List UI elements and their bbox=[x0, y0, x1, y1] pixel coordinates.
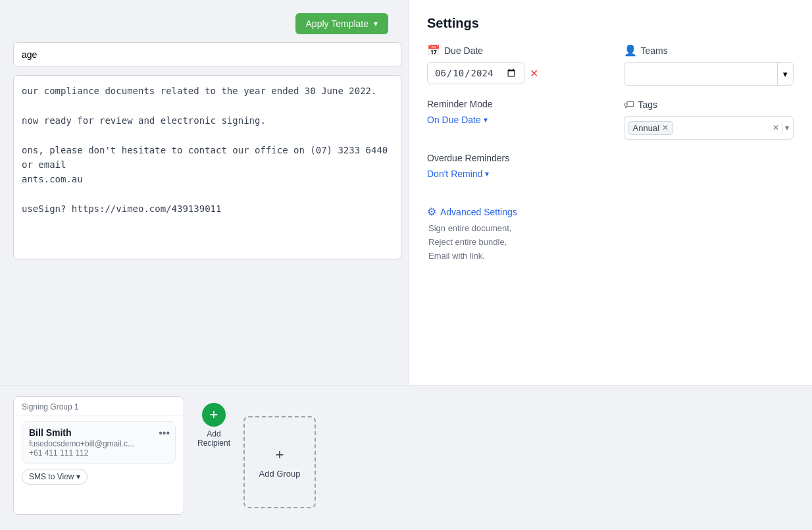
add-group-plus-icon: + bbox=[276, 446, 284, 464]
teams-label: 👤 Teams bbox=[624, 44, 794, 57]
reminder-mode-label: Reminder Mode bbox=[427, 99, 597, 109]
tags-wrapper: Annual ✕ ✕ ▾ bbox=[624, 116, 794, 140]
apply-template-button[interactable]: Apply Template ▾ bbox=[295, 13, 388, 34]
teams-icon: 👤 bbox=[624, 44, 637, 57]
reminder-mode-field: Reminder Mode On Due Date ▾ bbox=[427, 99, 597, 140]
teams-input[interactable] bbox=[624, 66, 778, 82]
overdue-reminders-label: Overdue Reminders bbox=[427, 153, 597, 163]
signing-group-card: Signing Group 1 Bill Smith fusedocsdemo+… bbox=[13, 396, 184, 515]
calendar-icon: 📅 bbox=[427, 44, 440, 57]
add-group-card[interactable]: + Add Group bbox=[243, 416, 316, 508]
recipient-menu-button[interactable]: ••• bbox=[159, 427, 170, 439]
bottom-section: Signing Group 1 Bill Smith fusedocsdemo+… bbox=[0, 385, 812, 530]
recipient-email: fusedocsdemo+bill@gmail.c... bbox=[29, 439, 168, 448]
teams-chevron-button[interactable]: ▾ bbox=[777, 63, 793, 85]
tags-label: 🏷 Tags bbox=[624, 99, 794, 111]
apply-template-label: Apply Template bbox=[306, 18, 368, 29]
add-recipient-label: AddRecipient bbox=[197, 429, 230, 448]
tags-clear-button[interactable]: ✕ bbox=[773, 123, 779, 132]
overdue-reminders-dropdown[interactable]: Don't Remind ▾ bbox=[427, 169, 597, 179]
teams-chevron-icon: ▾ bbox=[783, 69, 788, 79]
tag-icon: 🏷 bbox=[624, 99, 634, 111]
settings-title: Settings bbox=[427, 16, 794, 31]
advanced-settings-description: Sign entire document,Reject entire bundl… bbox=[427, 222, 794, 263]
advanced-settings-link[interactable]: ⚙ Advanced Settings bbox=[427, 205, 517, 218]
add-recipient-button[interactable]: + bbox=[202, 403, 226, 427]
reminder-mode-chevron-icon: ▾ bbox=[484, 115, 488, 124]
overdue-reminders-chevron-icon: ▾ bbox=[485, 169, 489, 178]
due-date-input[interactable] bbox=[427, 62, 524, 84]
date-input-wrapper: ✕ bbox=[427, 62, 597, 84]
tag-remove-button[interactable]: ✕ bbox=[662, 123, 669, 132]
sms-to-view-label: SMS to View bbox=[29, 472, 74, 481]
recipient-info: Bill Smith fusedocsdemo+bill@gmail.c... … bbox=[29, 427, 168, 458]
tags-clear-x-icon: ✕ bbox=[773, 123, 779, 132]
tags-chevron-icon[interactable]: ▾ bbox=[785, 123, 789, 132]
clear-date-button[interactable]: ✕ bbox=[528, 66, 540, 81]
teams-dropdown[interactable]: ▾ bbox=[624, 62, 794, 86]
email-body-textarea[interactable]: our compliance documents related to the … bbox=[13, 75, 401, 259]
reminder-mode-dropdown[interactable]: On Due Date ▾ bbox=[427, 115, 597, 125]
advanced-settings-section: ⚙ Advanced Settings Sign entire document… bbox=[427, 195, 794, 263]
recipient-name: Bill Smith bbox=[29, 427, 168, 438]
recipient-phone: +61 411 111 112 bbox=[29, 448, 168, 458]
tags-field: 🏷 Tags Annual ✕ ✕ ▾ bbox=[624, 99, 794, 140]
sms-to-view-button[interactable]: SMS to View ▾ bbox=[22, 469, 88, 485]
tag-item-annual: Annual ✕ bbox=[628, 121, 673, 135]
teams-field: 👤 Teams ▾ bbox=[624, 44, 794, 86]
overdue-reminders-field: Overdue Reminders Don't Remind ▾ bbox=[427, 153, 597, 179]
tags-divider bbox=[782, 121, 782, 134]
apply-template-row: Apply Template ▾ bbox=[13, 13, 395, 34]
add-group-label: Add Group bbox=[259, 469, 301, 479]
add-recipient-wrapper: + AddRecipient bbox=[197, 403, 230, 448]
recipient-row: Bill Smith fusedocsdemo+bill@gmail.c... … bbox=[22, 421, 176, 464]
signing-group-header: Signing Group 1 bbox=[14, 397, 184, 416]
due-date-label: 📅 Due Date bbox=[427, 44, 597, 57]
message-input[interactable] bbox=[13, 42, 401, 67]
signing-group-body: Bill Smith fusedocsdemo+bill@gmail.c... … bbox=[14, 416, 184, 490]
sms-chevron-icon: ▾ bbox=[76, 472, 80, 481]
tag-label: Annual bbox=[633, 123, 659, 133]
settings-grid: 📅 Due Date ✕ 👤 Teams ▾ bbox=[427, 44, 794, 179]
gear-icon: ⚙ bbox=[427, 205, 436, 218]
due-date-field: 📅 Due Date ✕ bbox=[427, 44, 597, 86]
apply-template-chevron-icon: ▾ bbox=[374, 19, 378, 28]
